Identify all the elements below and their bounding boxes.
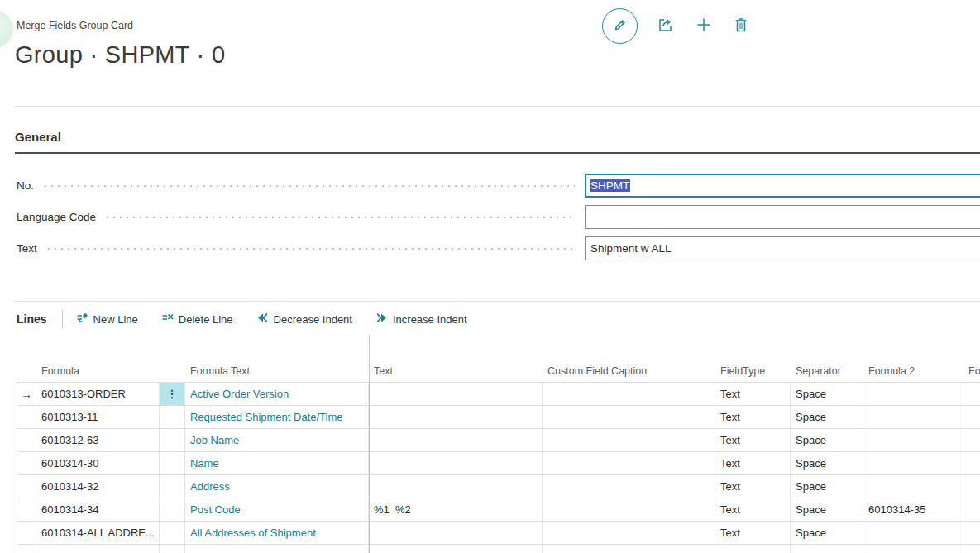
row-options-button[interactable] — [160, 452, 185, 474]
new-button[interactable] — [694, 15, 714, 37]
cell-separator[interactable]: Space — [791, 452, 863, 474]
cell-formula-2[interactable] — [863, 545, 963, 553]
formula-text-link[interactable]: All Addresses of Shipment — [190, 527, 316, 539]
share-button[interactable] — [656, 15, 676, 37]
cell-separator[interactable]: Space — [791, 498, 863, 521]
cell-formula-text[interactable] — [185, 545, 369, 553]
cell-fieldtype[interactable]: Text — [715, 429, 791, 451]
cell-text[interactable] — [369, 383, 543, 405]
edit-button[interactable] — [602, 8, 638, 44]
column-header-fieldtype[interactable]: FieldType — [715, 365, 791, 377]
row-options-button[interactable] — [160, 475, 185, 498]
cell-separator[interactable] — [791, 545, 863, 553]
cell-fieldtype[interactable]: Text — [715, 383, 791, 405]
cell-text[interactable] — [369, 406, 543, 428]
text-field[interactable] — [585, 236, 980, 260]
cell-fieldtype[interactable]: Text — [715, 406, 791, 428]
cell-overflow[interactable] — [963, 406, 980, 428]
cell-formula[interactable]: 6010314-30 — [36, 452, 160, 474]
row-options-button[interactable] — [160, 522, 185, 544]
cell-custom-field-caption[interactable] — [543, 545, 715, 553]
cell-formula-2[interactable] — [863, 475, 963, 498]
cell-custom-field-caption[interactable] — [543, 452, 715, 474]
cell-formula[interactable]: 6010314-34 — [36, 498, 160, 521]
cell-custom-field-caption[interactable] — [543, 475, 715, 498]
cell-formula-2[interactable] — [863, 406, 963, 428]
formula-text-link[interactable]: Post Code — [190, 503, 241, 516]
cell-formula-text[interactable]: Active Order Version — [185, 383, 369, 405]
cell-overflow[interactable] — [963, 475, 980, 498]
column-header-custom-field-caption[interactable]: Custom Field Caption — [543, 365, 715, 377]
formula-text-link[interactable]: Job Name — [190, 434, 239, 446]
cell-formula-text[interactable]: Address — [185, 475, 369, 498]
column-header-formula-text[interactable]: Formula Text — [185, 365, 369, 377]
cell-formula-text[interactable]: Job Name — [185, 429, 369, 451]
row-options-button[interactable] — [160, 429, 185, 451]
cell-formula[interactable]: 6010312-63 — [36, 429, 160, 451]
section-title-lines[interactable]: Lines — [17, 312, 47, 326]
cell-custom-field-caption[interactable] — [543, 383, 715, 405]
cell-overflow[interactable] — [963, 545, 980, 553]
cell-formula[interactable]: 6010313-11 — [36, 406, 160, 428]
increase-indent-button[interactable]: Increase Indent — [375, 312, 467, 327]
column-header-fo[interactable]: Fo — [963, 365, 980, 377]
delete-button[interactable] — [732, 16, 750, 36]
row-options-button[interactable] — [160, 545, 185, 553]
cell-custom-field-caption[interactable] — [543, 429, 715, 451]
delete-line-button[interactable]: Delete Line — [161, 312, 233, 327]
cell-text[interactable] — [369, 545, 543, 553]
cell-custom-field-caption[interactable] — [543, 406, 715, 428]
cell-formula[interactable] — [36, 545, 160, 553]
cell-separator[interactable]: Space — [791, 475, 863, 498]
cell-formula-text[interactable]: Requested Shipment Date/Time — [185, 406, 369, 428]
cell-fieldtype[interactable]: Text — [715, 498, 791, 521]
column-header-separator[interactable]: Separator — [791, 365, 863, 377]
cell-formula[interactable]: 6010314-32 — [36, 475, 160, 498]
formula-text-link[interactable]: Address — [190, 480, 230, 493]
cell-separator[interactable]: Space — [791, 406, 863, 428]
cell-custom-field-caption[interactable] — [543, 498, 715, 521]
row-options-button[interactable] — [160, 406, 185, 428]
language-code-field[interactable] — [585, 205, 980, 229]
cell-text[interactable] — [369, 475, 543, 498]
row-options-button[interactable]: ⋮ — [160, 383, 185, 405]
cell-formula[interactable]: 6010314-ALL ADDRE... — [36, 522, 160, 544]
cell-formula-2[interactable] — [863, 452, 963, 474]
formula-text-link[interactable]: Requested Shipment Date/Time — [190, 411, 343, 423]
formula-text-link[interactable]: Name — [190, 457, 219, 470]
cell-overflow[interactable] — [963, 522, 980, 544]
cell-formula-2[interactable] — [863, 383, 963, 405]
cell-overflow[interactable] — [963, 383, 980, 405]
cell-text[interactable] — [369, 429, 543, 451]
cell-text[interactable] — [369, 522, 543, 544]
cell-text[interactable] — [369, 452, 543, 474]
cell-custom-field-caption[interactable] — [543, 522, 715, 544]
cell-formula[interactable]: 6010313-ORDER — [36, 383, 160, 405]
column-header-text[interactable]: Text — [369, 365, 543, 377]
cell-formula-text[interactable]: All Addresses of Shipment — [185, 522, 369, 544]
cell-formula-text[interactable]: Post Code — [185, 498, 369, 521]
cell-fieldtype[interactable] — [715, 545, 791, 553]
cell-formula-text[interactable]: Name — [185, 452, 369, 474]
decrease-indent-button[interactable]: Decrease Indent — [256, 312, 352, 327]
cell-fieldtype[interactable]: Text — [715, 475, 791, 498]
cell-separator[interactable]: Space — [791, 522, 863, 544]
no-field[interactable]: SHPMT — [585, 174, 980, 198]
cell-overflow[interactable] — [963, 452, 980, 474]
cell-fieldtype[interactable]: Text — [715, 522, 791, 544]
cell-overflow[interactable] — [963, 498, 980, 521]
cell-formula-2[interactable]: 6010314-35 — [863, 498, 963, 521]
cell-separator[interactable]: Space — [791, 429, 863, 451]
column-header-formula[interactable]: Formula — [36, 365, 185, 377]
column-header-formula-2[interactable]: Formula 2 — [863, 365, 963, 377]
cell-overflow[interactable] — [963, 429, 980, 451]
section-title-general[interactable]: General — [15, 130, 61, 144]
cell-text[interactable]: %1 %2 — [369, 498, 543, 521]
cell-separator[interactable]: Space — [791, 383, 863, 405]
formula-text-link[interactable]: Active Order Version — [190, 388, 289, 400]
cell-formula-2[interactable] — [863, 429, 963, 451]
cell-fieldtype[interactable]: Text — [715, 452, 791, 474]
row-options-button[interactable] — [160, 498, 185, 521]
cell-formula-2[interactable] — [863, 522, 963, 544]
new-line-button[interactable]: New Line — [76, 312, 138, 327]
